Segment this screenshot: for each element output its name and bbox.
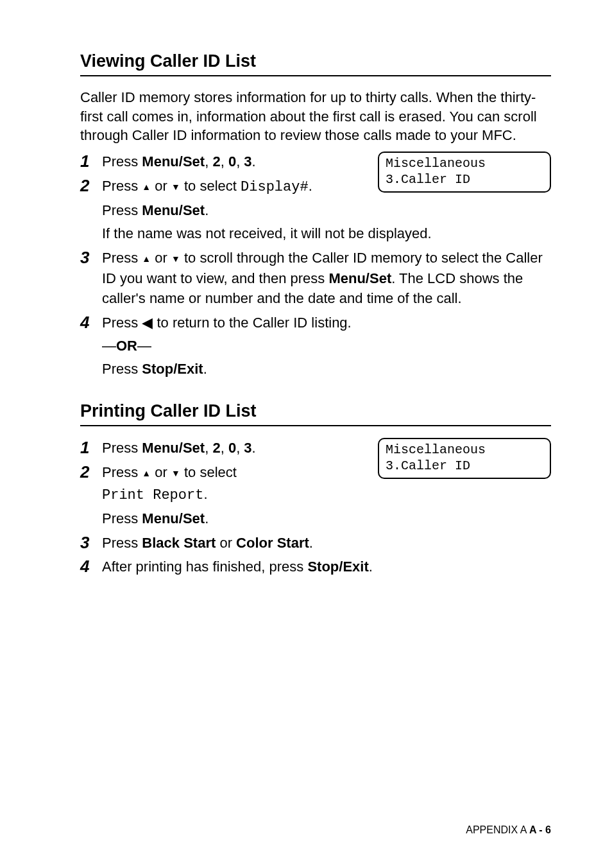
- up-icon: ▲: [142, 252, 151, 265]
- section-heading-viewing: Viewing Caller ID List: [80, 51, 551, 76]
- step-number: 2: [80, 176, 102, 196]
- step-number: 1: [80, 152, 102, 171]
- step-2-line2: Press Menu/Set.: [102, 200, 551, 221]
- step-number: 1: [80, 438, 102, 458]
- p-step-2-inline: 2 Press ▲ or ▼ to select Print Report.: [102, 462, 371, 506]
- down-icon: ▼: [171, 252, 180, 265]
- up-icon: ▲: [142, 180, 151, 193]
- section-heading-printing: Printing Caller ID List: [80, 401, 551, 426]
- up-icon: ▲: [142, 467, 151, 480]
- down-icon: ▼: [171, 180, 180, 193]
- p-step-2-line2: Press Menu/Set.: [102, 508, 551, 529]
- page-footer: APPENDIX A A - 6: [466, 824, 551, 836]
- step-1-line: Press Menu/Set, 2, 0, 3.: [102, 152, 371, 172]
- step-number: 3: [80, 533, 102, 553]
- lcd-display: Miscellaneous 3.Caller ID: [378, 152, 551, 193]
- step-number: 3: [80, 248, 102, 268]
- step-2-inline: 2 Press ▲ or ▼ to select Display#.: [102, 176, 371, 198]
- left-icon: ◀: [142, 315, 153, 331]
- down-icon: ▼: [171, 467, 180, 480]
- p-step-4-text: After printing has finished, press Stop/…: [102, 557, 551, 577]
- step-4-text: Press ◀ to return to the Caller ID listi…: [102, 313, 551, 379]
- lcd-display: Miscellaneous 3.Caller ID: [378, 438, 551, 479]
- step-number: 4: [80, 557, 102, 577]
- step-3-text: Press ▲ or ▼ to scroll through the Calle…: [102, 248, 551, 309]
- steps-list-viewing: 1 Press Menu/Set, 2, 0, 3. 2 Press ▲ or …: [80, 152, 551, 379]
- p-step-1-line: Press Menu/Set, 2, 0, 3.: [102, 438, 371, 458]
- step-2-line3: If the name was not received, it will no…: [102, 223, 551, 244]
- p-step-3-text: Press Black Start or Color Start.: [102, 533, 551, 553]
- step-number: 4: [80, 313, 102, 333]
- steps-list-printing: 1 Press Menu/Set, 2, 0, 3. 2 Press ▲ or …: [80, 438, 551, 577]
- intro-paragraph: Caller ID memory stores information for …: [80, 88, 551, 145]
- step-number: 2: [80, 462, 102, 482]
